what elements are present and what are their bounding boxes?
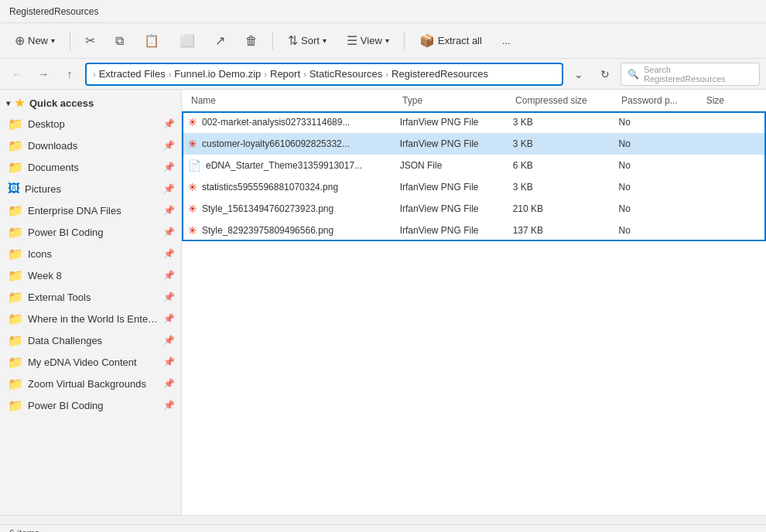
paste-icon: 📋 — [144, 33, 159, 48]
file-type-label: IrfanView PNG File — [400, 225, 513, 236]
extract-label: Extract all — [438, 35, 482, 46]
sidebar-item-pictures[interactable]: 🖼 Pictures 📌 — [0, 178, 181, 200]
folder-icon: 📁 — [8, 398, 23, 413]
col-header-type[interactable]: Type — [399, 95, 512, 106]
pin-icon: 📌 — [163, 183, 175, 194]
quick-access-section: ▾ ★ Quick access 📁 Desktop 📌 📁 Downloads… — [0, 93, 181, 416]
pin-icon: 📌 — [163, 248, 175, 259]
table-row[interactable]: ✳ statistics5955596881070324.png IrfanVi… — [182, 176, 766, 198]
sidebar-item-external-tools[interactable]: 📁 External Tools 📌 — [0, 286, 181, 308]
view-button[interactable]: ☰ View ▾ — [338, 28, 398, 54]
col-header-password[interactable]: Password p... — [618, 95, 703, 106]
sidebar-item-documents[interactable]: 📁 Documents 📌 — [0, 156, 181, 178]
more-button[interactable]: ... — [494, 28, 519, 54]
address-dropdown-button[interactable]: ⌄ — [568, 63, 590, 85]
file-name-label: Style_82923975809496566.png — [202, 225, 333, 236]
folder-icon: 📁 — [8, 203, 23, 218]
file-name-label: eDNA_Starter_Theme31359913017... — [206, 160, 362, 171]
item-count: 6 items — [9, 528, 39, 533]
quick-access-chevron: ▾ — [6, 99, 10, 107]
quick-access-header[interactable]: ▾ ★ Quick access — [0, 93, 181, 113]
cut-button[interactable]: ✂ — [77, 28, 104, 54]
pin-icon: 📌 — [163, 292, 175, 302]
sidebar-item-enterprise-dna[interactable]: 📁 Enterprise DNA Files 📌 — [0, 200, 181, 221]
horizontal-scrollbar[interactable] — [0, 515, 766, 524]
pin-icon: 📌 — [163, 335, 175, 346]
search-icon: 🔍 — [628, 69, 639, 80]
sidebar-item-my-edna[interactable]: 📁 My eDNA Video Content 📌 — [0, 351, 181, 373]
breadcrumb-sep-2: › — [264, 70, 267, 79]
file-name-label: 002-market-analysis02733114689... — [202, 117, 350, 128]
folder-icon: 📁 — [8, 160, 23, 175]
col-header-size[interactable]: Size — [703, 95, 760, 106]
file-name-label: customer-loyalty66106092825332... — [202, 138, 350, 149]
breadcrumb-arrow-0: › — [93, 70, 96, 79]
new-button[interactable]: ⊕ New ▾ — [6, 28, 63, 54]
table-row[interactable]: ✳ 002-market-analysis02733114689... Irfa… — [182, 111, 766, 133]
sidebar-item-powerbi1[interactable]: 📁 Power BI Coding 📌 — [0, 221, 181, 243]
address-bar[interactable]: › Extracted Files › Funnel.io Demo.zip ›… — [85, 63, 563, 86]
search-placeholder: Search RegisteredResources — [644, 65, 753, 84]
sidebar-item-downloads[interactable]: 📁 Downloads 📌 — [0, 135, 181, 156]
extract-all-button[interactable]: 📦 Extract all — [411, 28, 491, 54]
table-row[interactable]: ✳ Style_15613494760273923.png IrfanView … — [182, 198, 766, 220]
pin-icon: 📌 — [163, 205, 175, 216]
breadcrumb-part-4[interactable]: RegisteredResources — [392, 68, 488, 80]
rename-button[interactable]: ⬜ — [171, 28, 203, 54]
breadcrumb-part-1[interactable]: Funnel.io Demo.zip — [174, 68, 261, 80]
sidebar-item-week8[interactable]: 📁 Week 8 📌 — [0, 264, 181, 286]
toolbar-separator-1 — [70, 32, 70, 50]
col-header-compressed[interactable]: Compressed size — [512, 95, 618, 106]
folder-icon: 📁 — [8, 312, 23, 326]
pin-icon: 📌 — [163, 270, 175, 281]
table-row[interactable]: ✳ Style_82923975809496566.png IrfanView … — [182, 220, 766, 241]
file-password-label: No — [619, 225, 703, 236]
col-header-name[interactable]: Name — [188, 95, 399, 106]
breadcrumb-part-0[interactable]: Extracted Files — [99, 68, 166, 80]
table-row[interactable]: 📄 eDNA_Starter_Theme31359913017... JSON … — [182, 155, 766, 176]
pin-icon: 📌 — [163, 356, 175, 367]
pin-icon: 📌 — [163, 140, 175, 151]
file-compressed-label: 3 KB — [513, 182, 619, 193]
delete-button[interactable]: 🗑 — [237, 28, 266, 54]
file-icon: 📄 — [188, 159, 201, 172]
sort-button[interactable]: ⇅ Sort ▾ — [279, 28, 335, 54]
file-compressed-label: 3 KB — [513, 117, 619, 128]
sidebar-item-where-in-world[interactable]: 📁 Where in the World Is Enterpr... 📌 — [0, 308, 181, 329]
breadcrumb-sep-3: › — [303, 70, 306, 79]
copy-icon: ⧉ — [115, 34, 124, 48]
file-password-label: No — [619, 117, 703, 128]
folder-icon: 📁 — [8, 247, 23, 261]
file-type-label: JSON File — [400, 160, 513, 171]
up-button[interactable]: ↑ — [59, 63, 80, 85]
file-password-label: No — [619, 138, 703, 149]
folder-icon: 🖼 — [8, 182, 20, 196]
toolbar-separator-2 — [272, 32, 273, 50]
refresh-button[interactable]: ↻ — [594, 63, 616, 85]
breadcrumb-part-2[interactable]: Report — [270, 68, 300, 80]
address-row: ← → ↑ › Extracted Files › Funnel.io Demo… — [0, 59, 766, 90]
sidebar-item-zoom-backgrounds[interactable]: 📁 Zoom Virtual Backgrounds 📌 — [0, 373, 181, 394]
file-type-label: IrfanView PNG File — [400, 182, 513, 193]
file-type-label: IrfanView PNG File — [400, 203, 513, 214]
folder-icon: 📁 — [8, 117, 23, 131]
share-button[interactable]: ↗ — [207, 28, 234, 54]
sidebar-item-icons[interactable]: 📁 Icons 📌 — [0, 243, 181, 264]
paste-button[interactable]: 📋 — [135, 28, 168, 54]
view-icon: ☰ — [347, 33, 357, 48]
table-row[interactable]: ✳ customer-loyalty66106092825332... Irfa… — [182, 133, 766, 155]
folder-icon: 📁 — [8, 355, 23, 370]
sidebar-item-desktop[interactable]: 📁 Desktop 📌 — [0, 113, 181, 135]
copy-button[interactable]: ⧉ — [107, 28, 132, 54]
sidebar-item-powerbi2[interactable]: 📁 Power BI Coding 📌 — [0, 394, 181, 416]
file-icon: ✳ — [188, 116, 197, 128]
back-button[interactable]: ← — [6, 63, 28, 85]
breadcrumb-sep-1: › — [169, 70, 172, 79]
search-box[interactable]: 🔍 Search RegisteredResources — [621, 63, 760, 86]
sidebar-item-data-challenges[interactable]: 📁 Data Challenges 📌 — [0, 329, 181, 351]
folder-icon: 📁 — [8, 138, 23, 153]
file-icon: ✳ — [188, 203, 197, 215]
forward-button[interactable]: → — [32, 63, 54, 85]
breadcrumb-part-3[interactable]: StaticResources — [309, 68, 383, 80]
pin-icon: 📌 — [163, 118, 175, 129]
